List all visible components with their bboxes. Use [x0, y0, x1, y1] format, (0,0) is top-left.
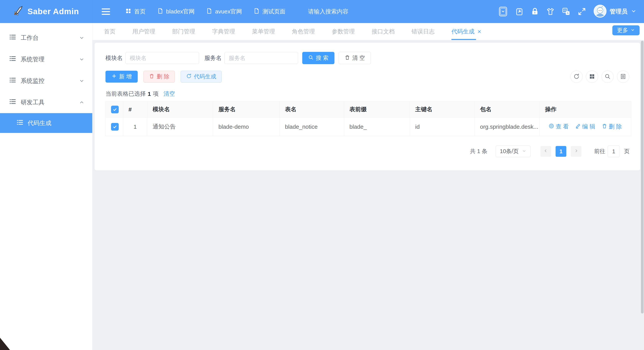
prev-page-button[interactable] — [540, 146, 551, 157]
document-icon — [158, 8, 163, 15]
column-settings-button[interactable] — [617, 71, 629, 83]
edit-pen-icon — [575, 123, 581, 130]
tab-api-docs[interactable]: 接口文档 — [372, 23, 395, 40]
top-nav-avuex[interactable]: avuex官网 — [206, 8, 242, 16]
tab-label: 字典管理 — [212, 28, 235, 36]
toggle-search-button[interactable] — [602, 71, 614, 83]
chevron-down-icon — [79, 57, 84, 62]
user-menu[interactable]: 管理员 — [594, 5, 637, 19]
search-icon — [604, 73, 611, 80]
translate-icon[interactable]: 中A — [562, 8, 570, 16]
delete-button[interactable]: 删 除 — [144, 71, 175, 83]
svg-text:A: A — [567, 12, 569, 15]
chevron-down-icon — [630, 8, 637, 15]
top-nav-label: avuex官网 — [215, 8, 242, 16]
sidebar: 工作台 系统管理 系统监控 研发工具 代码生成 — [0, 23, 92, 350]
list-icon — [9, 55, 16, 64]
table-toolbar: 新 增 删 除 代码生成 — [106, 71, 222, 83]
service-name-input[interactable] — [224, 52, 298, 64]
tab-code-generation[interactable]: 代码生成 × — [452, 23, 481, 40]
chevron-box-icon[interactable] — [498, 6, 508, 17]
tab-error-log[interactable]: 错误日志 — [412, 23, 434, 40]
column-list-icon — [620, 74, 626, 80]
global-search — [308, 8, 390, 15]
tab-label: 菜单管理 — [252, 28, 275, 36]
top-nav-test-page[interactable]: 测试页面 — [254, 8, 285, 16]
refresh-table-button[interactable] — [570, 71, 583, 83]
table-row[interactable]: 1 通知公告 blade-demo blade_notice blade_ id… — [106, 118, 631, 136]
tab-label: 角色管理 — [292, 28, 315, 36]
content-card: 模块名 服务名 搜 索 清 空 新 增 删 除 — [94, 43, 640, 170]
sidebar-item-dev-tools[interactable]: 研发工具 — [0, 92, 92, 113]
sidebar-item-workbench[interactable]: 工作台 — [0, 27, 92, 49]
column-header-actions: 操作 — [540, 101, 631, 118]
more-tabs-label: 更多 — [617, 27, 628, 34]
chevron-down-icon — [522, 148, 526, 155]
close-icon[interactable]: × — [478, 29, 481, 35]
sidebar-item-system-management[interactable]: 系统管理 — [0, 49, 92, 70]
sidebar-item-label: 工作台 — [21, 34, 38, 42]
tab-user-management[interactable]: 用户管理 — [132, 23, 155, 40]
cell-service: blade-demo — [213, 118, 280, 136]
add-button[interactable]: 新 增 — [106, 71, 138, 83]
delete-trash-icon — [602, 123, 607, 130]
tab-label: 参数管理 — [332, 28, 355, 36]
tab-label: 部门管理 — [172, 28, 195, 36]
page-size-select[interactable]: 10条/页 — [496, 146, 531, 157]
document-icon — [254, 8, 260, 15]
plus-icon — [112, 73, 117, 80]
sidebar-item-system-monitor[interactable]: 系统监控 — [0, 70, 92, 92]
fullscreen-icon[interactable] — [578, 8, 586, 16]
clear-filters-button[interactable]: 清 空 — [339, 52, 371, 64]
tab-menu-management[interactable]: 菜单管理 — [252, 23, 275, 40]
sidebar-item-code-generation[interactable]: 代码生成 — [0, 113, 92, 133]
tab-role-management[interactable]: 角色管理 — [292, 23, 315, 40]
lock-icon[interactable] — [531, 8, 539, 15]
menu-collapse-button[interactable] — [102, 9, 110, 15]
search-button[interactable]: 搜 索 — [302, 52, 334, 64]
sword-logo-icon — [13, 5, 24, 18]
edit-link[interactable]: 编 辑 — [575, 123, 595, 131]
top-nav-home[interactable]: 首页 — [126, 8, 146, 16]
service-name-label: 服务名 — [204, 54, 222, 62]
pagination: 共 1 条 10条/页 1 前往 页 — [470, 146, 630, 157]
next-page-button[interactable] — [571, 146, 582, 157]
top-header: Saber Admin 首页 bladex官网 — [0, 0, 644, 23]
top-nav: 首页 bladex官网 avuex官网 — [126, 8, 285, 16]
top-nav-bladex[interactable]: bladex官网 — [158, 8, 194, 16]
row-checkbox[interactable] — [111, 123, 119, 131]
tab-home[interactable]: 首页 — [104, 23, 116, 40]
vertical-scrollbar-thumb[interactable] — [641, 41, 644, 313]
grid-size-button[interactable] — [586, 71, 598, 83]
page-number-1[interactable]: 1 — [556, 146, 566, 157]
column-header-prefix: 表前缀 — [344, 101, 410, 118]
selection-count: 1 — [148, 91, 151, 97]
add-button-label: 新 增 — [119, 73, 132, 80]
selection-prefix: 当前表格已选择 — [106, 90, 146, 98]
theme-shirt-icon[interactable] — [546, 8, 554, 16]
total-count: 共 1 条 — [470, 147, 487, 155]
global-search-input[interactable] — [308, 8, 390, 15]
tab-dictionary-management[interactable]: 字典管理 — [212, 23, 235, 40]
list-icon — [9, 98, 16, 107]
refresh-icon — [186, 73, 192, 80]
clipboard-tools-icon[interactable] — [515, 8, 523, 16]
view-link[interactable]: 查 看 — [549, 123, 569, 131]
module-name-input[interactable] — [126, 52, 199, 64]
tab-parameter-management[interactable]: 参数管理 — [332, 23, 355, 40]
column-header-table: 表名 — [280, 101, 344, 118]
chevron-up-icon — [79, 99, 84, 105]
document-icon — [206, 8, 212, 15]
code-generate-button[interactable]: 代码生成 — [181, 71, 222, 83]
clear-selection-link[interactable]: 清空 — [164, 90, 175, 98]
search-button-label: 搜 索 — [316, 54, 328, 62]
column-header-index: # — [123, 101, 147, 118]
more-tabs-button[interactable]: 更多 — [612, 25, 640, 35]
delete-link-label: 删 除 — [609, 123, 622, 131]
tab-department-management[interactable]: 部门管理 — [172, 23, 195, 40]
select-all-checkbox[interactable] — [111, 106, 119, 113]
delete-link[interactable]: 删 除 — [602, 123, 622, 131]
clear-filters-label: 清 空 — [352, 54, 365, 62]
search-icon — [308, 55, 314, 62]
goto-page-input[interactable] — [608, 146, 620, 157]
